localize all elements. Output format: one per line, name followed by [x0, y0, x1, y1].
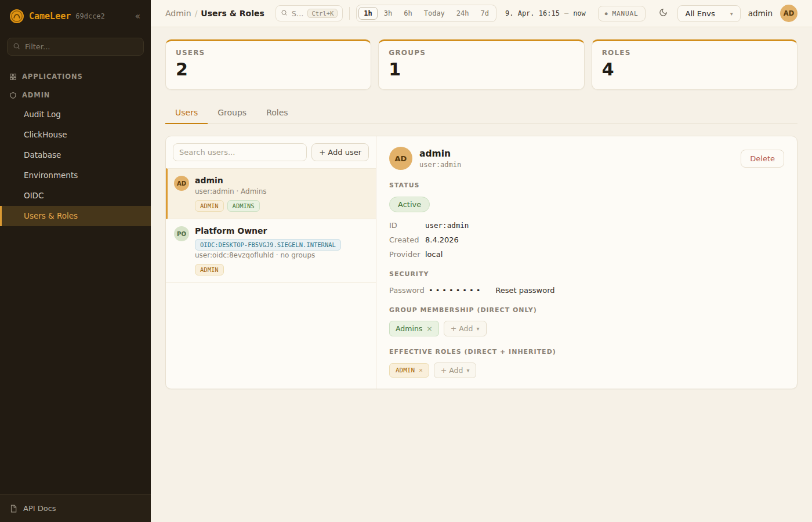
stat-card-groups: GROUPS 1 — [378, 39, 584, 90]
dark-mode-toggle[interactable] — [657, 6, 670, 21]
current-user-name: admin — [748, 9, 773, 18]
section-heading-group-membership: GROUP MEMBERSHIP (DIRECT ONLY) — [389, 306, 784, 314]
remove-icon[interactable]: × — [419, 367, 423, 374]
breadcrumb-admin[interactable]: Admin — [165, 9, 191, 18]
time-range-today[interactable]: Today — [419, 7, 450, 20]
app-title: CameLeer — [29, 11, 71, 21]
remove-icon[interactable]: × — [426, 324, 432, 333]
time-start: 9. Apr. 16:15 — [505, 9, 560, 17]
add-group-button[interactable]: + Add ▾ — [444, 321, 487, 336]
global-search[interactable]: S... Ctrl+K — [276, 5, 343, 21]
user-name: admin — [195, 176, 267, 185]
chevron-down-icon: ▾ — [477, 325, 480, 332]
breadcrumb-separator: / — [195, 9, 198, 18]
keyboard-shortcut-badge: Ctrl+K — [307, 9, 338, 18]
sidebar-collapse-button[interactable]: « — [133, 10, 143, 23]
delete-user-button[interactable]: Delete — [741, 150, 784, 168]
sidebar-nav: Audit Log ClickHouse Database Environmen… — [0, 104, 151, 226]
add-user-button[interactable]: + Add user — [311, 143, 369, 161]
sidebar-section-admin[interactable]: ADMIN — [0, 86, 151, 104]
user-detail-panel: AD admin user:admin Delete STATUS Active… — [376, 136, 797, 389]
detail-user-name: admin — [419, 148, 461, 159]
role-badge: ADMIN — [195, 264, 224, 276]
environment-select[interactable]: All Envs ▾ — [677, 5, 740, 22]
field-label: Created — [389, 235, 425, 244]
time-range-7d[interactable]: 7d — [476, 7, 494, 20]
avatar: PO — [174, 226, 189, 241]
stat-cards: USERS 2 GROUPS 1 ROLES 4 — [165, 39, 798, 90]
time-range-3h[interactable]: 3h — [379, 7, 397, 20]
tab-users[interactable]: Users — [165, 103, 208, 124]
refresh-mode-button[interactable]: ● MANUAL — [598, 6, 646, 21]
time-display[interactable]: 9. Apr. 16:15 — now — [505, 9, 586, 17]
role-chip-admin[interactable]: ADMIN × — [389, 363, 429, 378]
time-range-24h[interactable]: 24h — [451, 7, 474, 20]
sidebar: CameLeer 69dcce2 « APPLICATIONS ADMIN Au… — [0, 0, 151, 522]
search-icon — [13, 42, 20, 52]
sidebar-filter — [7, 38, 144, 56]
group-chip-admins[interactable]: Admins × — [389, 321, 439, 336]
grid-icon — [9, 73, 17, 81]
sidebar-filter-input[interactable] — [7, 38, 144, 56]
user-list-item-admin[interactable]: AD admin user:admin · Admins ADMIN ADMIN… — [166, 168, 376, 219]
stat-card-users: USERS 2 — [165, 39, 371, 90]
topbar-right: All Envs ▾ admin AD — [657, 5, 798, 22]
refresh-status-dot: ● — [605, 11, 608, 16]
search-icon — [281, 9, 288, 18]
sidebar-section-label: APPLICATIONS — [22, 72, 83, 81]
role-badge: ADMIN — [195, 200, 224, 212]
add-role-button[interactable]: + Add ▾ — [434, 362, 477, 378]
sidebar-item-users-roles[interactable]: Users & Roles — [0, 206, 151, 226]
user-list-item-platform-owner[interactable]: PO Platform Owner OIDC:DESKTOP-FB5VGJ9.S… — [166, 219, 376, 283]
sidebar-section-label: ADMIN — [22, 91, 50, 99]
sidebar-item-oidc[interactable]: OIDC — [0, 186, 151, 206]
sidebar-item-environments[interactable]: Environments — [0, 165, 151, 186]
sidebar-item-database[interactable]: Database — [0, 145, 151, 165]
group-chip-row: Admins × + Add ▾ — [389, 321, 784, 336]
app-root: CameLeer 69dcce2 « APPLICATIONS ADMIN Au… — [0, 0, 812, 522]
time-range-1h[interactable]: 1h — [358, 7, 377, 20]
detail-header: AD admin user:admin Delete — [389, 147, 784, 170]
breadcrumb-current: Users & Roles — [201, 9, 264, 18]
topbar: Admin / Users & Roles S... Ctrl+K 1h 3h … — [151, 0, 812, 27]
sidebar-section-applications[interactable]: APPLICATIONS — [0, 67, 151, 86]
field-row-provider: Provider local — [389, 250, 784, 259]
user-avatar[interactable]: AD — [780, 5, 798, 22]
page-content: USERS 2 GROUPS 1 ROLES 4 Users Groups Ro… — [151, 27, 812, 401]
reset-password-link[interactable]: Reset password — [495, 286, 554, 295]
section-heading-effective-roles: EFFECTIVE ROLES (DIRECT + INHERITED) — [389, 348, 784, 356]
tab-groups[interactable]: Groups — [208, 103, 256, 124]
password-row: Password •••••••• Reset password — [389, 286, 784, 295]
sidebar-header: CameLeer 69dcce2 « — [0, 0, 151, 32]
add-role-label: + Add — [441, 366, 463, 375]
user-list-toolbar: + Add user — [166, 136, 376, 168]
sidebar-item-clickhouse[interactable]: ClickHouse — [0, 125, 151, 145]
oidc-provider-badge: OIDC:DESKTOP-FB5VGJ9.SIEGELN.INTERNAL — [195, 239, 341, 251]
stat-value: 1 — [389, 59, 574, 79]
users-panel: + Add user AD admin user:admin · Admins … — [165, 136, 798, 389]
role-chip-row: ADMIN × + Add ▾ — [389, 362, 784, 378]
field-value: local — [425, 250, 443, 259]
tab-roles[interactable]: Roles — [256, 103, 298, 124]
sidebar-footer-api-docs[interactable]: API Docs — [0, 494, 151, 522]
stat-label: USERS — [176, 49, 361, 57]
stat-value: 2 — [176, 59, 361, 79]
user-meta: user:admin · Admins — [195, 187, 267, 195]
chip-label: ADMIN — [396, 367, 415, 374]
user-search-input[interactable] — [173, 143, 307, 161]
sidebar-item-audit-log[interactable]: Audit Log — [0, 104, 151, 125]
topbar-divider — [349, 7, 350, 20]
password-masked-value: •••••••• — [429, 286, 483, 295]
time-range-6h[interactable]: 6h — [398, 7, 417, 20]
field-label: ID — [389, 221, 425, 230]
time-separator: — — [564, 9, 568, 17]
user-meta: user:oidc:8evzqofluhld · no groups — [195, 251, 341, 259]
app-instance-id: 69dcce2 — [75, 12, 105, 20]
time-end: now — [573, 9, 586, 17]
time-range-group: 1h 3h 6h Today 24h 7d — [356, 5, 496, 22]
field-label: Provider — [389, 250, 425, 259]
password-label: Password — [389, 286, 429, 295]
environment-select-value: All Envs — [685, 9, 715, 18]
stat-value: 4 — [602, 59, 787, 79]
tab-bar: Users Groups Roles — [165, 103, 798, 124]
